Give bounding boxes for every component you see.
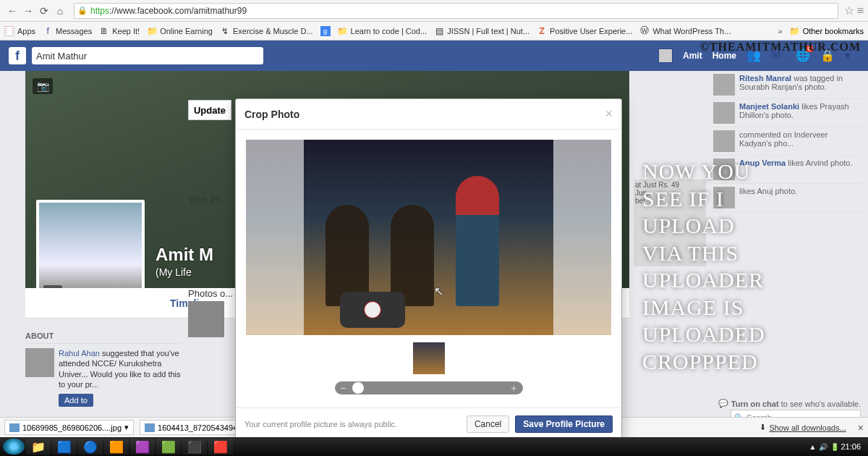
taskbar-app[interactable]: 🟧 (104, 439, 129, 455)
taskbar-app[interactable]: 🟥 (208, 439, 233, 455)
suggestion-thumb (25, 348, 54, 377)
forward-icon[interactable]: → (22, 4, 35, 17)
image-file-icon (145, 423, 155, 432)
avatar (713, 102, 735, 124)
bookmark-messages[interactable]: fMessages (43, 26, 92, 36)
apps-button[interactable]: ⋮⋮Apps (4, 26, 35, 36)
watermark-text: ©THEAMITMATHUR.COM (700, 41, 861, 54)
taskbar-app-explorer[interactable]: 📁 (26, 439, 51, 455)
page-icon: ▤ (434, 26, 444, 36)
profile-link[interactable]: Amit (683, 51, 702, 61)
bm-label: JISSN | Full text | Nut... (447, 27, 529, 35)
about-heading: ABOUT (25, 332, 181, 344)
fb-search-input[interactable]: Amit Mathur (32, 47, 263, 64)
wordpress-icon: Ⓦ (639, 26, 650, 36)
update-tab[interactable]: Update (188, 100, 231, 120)
taskbar-app[interactable]: ⬛ (182, 439, 207, 455)
add-to-button[interactable]: Add to (59, 394, 93, 407)
bookmark-learn-code[interactable]: 📁Learn to code | Cod... (338, 26, 427, 36)
chrome-menu-icon[interactable]: ≡ (857, 4, 864, 17)
apps-label: Apps (17, 27, 35, 35)
save-profile-picture-button[interactable]: Save Profile Picture (515, 415, 613, 433)
cancel-button[interactable]: Cancel (467, 415, 509, 433)
tray-icon[interactable]: ▲ (809, 443, 817, 451)
url-scheme: https (90, 6, 109, 16)
zoom-out-icon[interactable]: − (341, 382, 346, 394)
bookmark-keepit[interactable]: 🗎Keep It! (99, 26, 140, 36)
show-all-downloads[interactable]: ⬇Show all downloads... (760, 423, 846, 432)
zoom-in-icon[interactable]: + (511, 382, 516, 394)
bm-label: Exercise & Muscle D... (233, 27, 313, 35)
facebook-logo-icon[interactable]: f (9, 47, 26, 64)
lock-icon: 🔒 (77, 6, 88, 15)
download-filename: 10689985_869806206....jpg (22, 423, 122, 432)
chevron-down-icon[interactable]: ▾ (124, 423, 129, 432)
suggestion-name[interactable]: Rahul Ahan (59, 349, 100, 358)
zoom-slider[interactable]: − + (335, 381, 523, 394)
ticker-name: Manjeet Solanki (739, 102, 799, 111)
modal-footer-note: Your current profile picture is always p… (244, 420, 397, 428)
ticker-item[interactable]: commented on Inderveer Kadyan's pho... (712, 127, 864, 156)
back-icon[interactable]: ← (6, 4, 19, 17)
ticker-item[interactable]: Ritesh Manral was tagged in Sourabh Ranj… (712, 71, 864, 99)
system-tray[interactable]: ▲🔊🔋 (809, 443, 840, 451)
photos-of-heading: Photos o... (188, 288, 233, 299)
page-icon: 🗎 (99, 26, 109, 36)
avatar (713, 74, 735, 96)
bookmark-online-earning[interactable]: 📁Online Earning (147, 26, 213, 36)
home-icon[interactable]: ⌂ (54, 4, 67, 17)
zoom-knob[interactable] (352, 382, 364, 394)
start-button[interactable] (3, 439, 25, 455)
edit-cover-camera-icon[interactable]: 📷 (33, 78, 53, 94)
crop-mask-right (553, 140, 611, 335)
other-bookmarks[interactable]: 📁Other bookmarks (790, 26, 864, 36)
image-file-icon (9, 423, 20, 432)
taskbar-clock[interactable]: 21:06 (841, 442, 861, 451)
bookmark-wordpress[interactable]: ⓌWhat WordPress Th... (639, 26, 731, 36)
close-icon[interactable]: × (605, 106, 613, 122)
about-suggestion: Rahul Ahan suggested that you've attende… (25, 348, 181, 407)
taskbar-app-chrome[interactable]: 🔵 (78, 439, 103, 455)
close-downloads-bar-icon[interactable]: × (858, 422, 864, 434)
bookmark-google[interactable]: g (320, 26, 331, 36)
show-all-label: Show all downloads... (769, 423, 846, 432)
z-icon: Z (537, 26, 547, 36)
bookmarks-overflow[interactable]: » (778, 27, 783, 35)
crop-thumbnail-preview (413, 342, 445, 374)
ticker-item[interactable]: Manjeet Solanki likes Prayash Dhillon's … (712, 99, 864, 127)
bookmark-exercise[interactable]: ↯Exercise & Muscle D... (220, 26, 313, 36)
tray-icon[interactable]: 🔋 (830, 443, 839, 451)
profile-name: Amit M (156, 245, 213, 265)
taskbar-app[interactable]: 🟦 (52, 439, 77, 455)
download-item[interactable]: 10689985_869806206....jpg▾ (4, 420, 134, 435)
avatar[interactable] (658, 48, 673, 63)
bm-label: Other bookmarks (803, 27, 864, 35)
bm-label: Positive User Experie... (550, 27, 632, 35)
chat-toggle-suffix: to see who's available. (779, 400, 861, 408)
tutorial-overlay-text: NOW YOU SEE IF I UPLOAD VIA THIS UPLOADE… (642, 158, 859, 375)
profile-subtitle: (My Life (156, 266, 192, 278)
tray-icon[interactable]: 🔊 (819, 443, 827, 451)
folder-icon: 📁 (790, 26, 800, 36)
bookmark-positive-ux[interactable]: ZPositive User Experie... (537, 26, 632, 36)
reload-icon[interactable]: ⟳ (38, 4, 51, 17)
crop-canvas[interactable]: ↖ (246, 140, 611, 335)
turn-on-chat[interactable]: 💬Turn on chat to see who's available. (718, 399, 861, 408)
your-photos-heading: Your Ph... (188, 194, 229, 205)
google-icon: g (320, 26, 331, 36)
taskbar-app[interactable]: 🟩 (156, 439, 181, 455)
photo-thumb[interactable] (188, 301, 224, 337)
folder-icon: 📁 (338, 26, 348, 36)
page-icon: ↯ (220, 26, 230, 36)
taskbar-app[interactable]: 🟪 (130, 439, 155, 455)
facebook-icon: f (43, 26, 53, 36)
bookmark-star-icon[interactable]: ☆ (844, 4, 854, 17)
about-section: ABOUT Rahul Ahan suggested that you've a… (25, 332, 181, 428)
chat-toggle-label: Turn on chat (731, 400, 779, 408)
url-input[interactable]: 🔒 https://www.facebook.com/amitmathur99 (74, 3, 838, 19)
cursor-icon: ↖ (434, 284, 443, 298)
bookmark-jissn[interactable]: ▤JISSN | Full text | Nut... (434, 26, 529, 36)
bm-label: Keep It! (112, 27, 140, 35)
page-content: 📷 📷 Amit M (My Life Timeline ABOUT Rahul… (0, 71, 868, 437)
bookmarks-bar: ⋮⋮Apps fMessages 🗎Keep It! 📁Online Earni… (0, 22, 868, 41)
